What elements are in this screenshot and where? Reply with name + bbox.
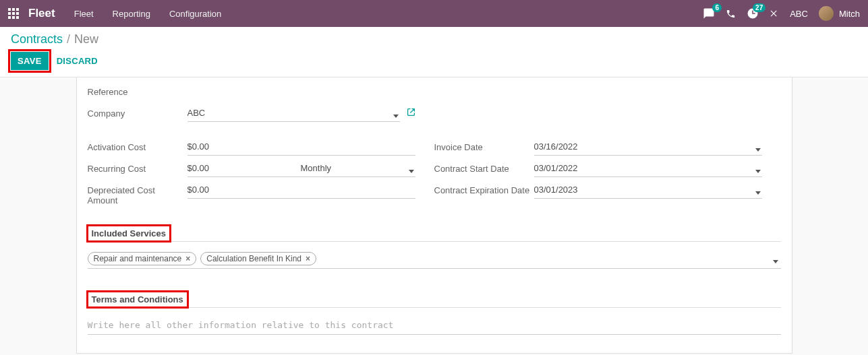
external-link-icon[interactable] <box>407 108 415 119</box>
tag-label: Calculation Benefit In Kind <box>206 254 301 263</box>
tag-repair-maintenance[interactable]: Repair and maintenance × <box>88 252 197 265</box>
apps-menu-icon[interactable] <box>8 8 19 19</box>
discard-button[interactable]: DISCARD <box>57 56 98 66</box>
menu-configuration[interactable]: Configuration <box>169 9 221 19</box>
app-brand[interactable]: Fleet <box>28 7 55 20</box>
expiration-date-field[interactable] <box>534 181 762 199</box>
breadcrumb-current: New <box>74 32 98 46</box>
control-panel: Contracts / New SAVE DISCARD <box>0 27 868 77</box>
recurring-cost-frequency-field[interactable] <box>301 160 415 177</box>
invoice-date-label: Invoice Date <box>434 138 534 152</box>
included-services-field[interactable]: Repair and maintenance × Calculation Ben… <box>88 249 781 269</box>
activities-badge: 27 <box>753 3 765 12</box>
company-label: Company <box>88 104 187 119</box>
invoice-date-field[interactable] <box>534 138 762 156</box>
save-button[interactable]: SAVE <box>11 52 49 70</box>
company-switcher[interactable]: ABC <box>790 9 808 19</box>
form-background: Reference Company <box>0 77 868 355</box>
tag-benefit-in-kind[interactable]: Calculation Benefit In Kind × <box>200 252 316 265</box>
avatar <box>819 6 834 21</box>
breadcrumb: Contracts / New <box>11 32 857 46</box>
messages-icon[interactable]: 6 <box>703 7 715 20</box>
user-name: Mitch <box>839 9 860 19</box>
start-date-label: Contract Start Date <box>434 160 534 174</box>
menu-reporting[interactable]: Reporting <box>113 9 150 19</box>
company-field[interactable] <box>187 104 400 122</box>
included-services-heading: Included Services <box>88 226 171 241</box>
top-navbar: Fleet Fleet Reporting Configuration 6 27… <box>0 0 868 27</box>
menu-fleet[interactable]: Fleet <box>74 9 94 19</box>
breadcrumb-sep: / <box>67 32 70 46</box>
terms-field[interactable] <box>88 315 781 335</box>
close-icon[interactable] <box>770 9 779 18</box>
company-name: ABC <box>790 9 808 19</box>
start-date-field[interactable] <box>534 160 762 177</box>
phone-icon[interactable] <box>726 9 736 19</box>
main-menu: Fleet Reporting Configuration <box>74 9 222 19</box>
reference-label: Reference <box>88 83 187 97</box>
depreciated-cost-label: Depreciated Cost Amount <box>88 181 187 205</box>
activation-cost-field[interactable] <box>187 138 415 156</box>
activities-icon[interactable]: 27 <box>747 7 759 20</box>
expiration-date-label: Contract Expiration Date <box>434 181 534 195</box>
recurring-cost-label: Recurring Cost <box>88 160 187 174</box>
activation-cost-label: Activation Cost <box>88 138 187 152</box>
recurring-cost-amount-field[interactable] <box>187 160 301 177</box>
tag-remove-icon[interactable]: × <box>185 254 190 263</box>
terms-heading: Terms and Conditions <box>88 292 187 307</box>
messages-badge: 6 <box>712 3 722 12</box>
user-menu[interactable]: Mitch <box>819 6 860 21</box>
chevron-down-icon <box>773 255 778 265</box>
tag-remove-icon[interactable]: × <box>306 254 310 263</box>
tag-label: Repair and maintenance <box>94 254 182 263</box>
action-buttons: SAVE DISCARD <box>11 52 857 70</box>
form-sheet: Reference Company <box>76 77 792 354</box>
depreciated-cost-field[interactable] <box>187 181 415 199</box>
breadcrumb-root[interactable]: Contracts <box>11 32 63 46</box>
